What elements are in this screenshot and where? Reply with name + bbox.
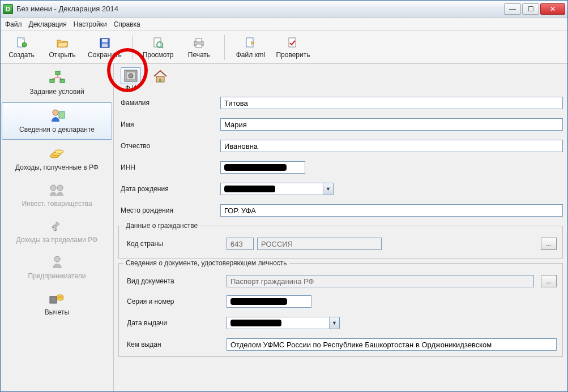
new-file-icon [15, 36, 28, 50]
toolbar-xml-label: Файл xml [236, 51, 266, 59]
dropdown-icon[interactable]: ▼ [323, 183, 333, 195]
svg-point-20 [53, 110, 58, 115]
redacted-value [230, 298, 287, 305]
deductions-icon [48, 290, 67, 306]
close-button[interactable]: ✕ [540, 3, 565, 15]
nav-income-rf[interactable]: Доходы, полученные в РФ [1, 141, 113, 177]
svg-rect-15 [50, 79, 54, 83]
window-title: Без имени - Декларация 2014 [16, 5, 504, 13]
nav-conditions[interactable]: Задание условий [1, 65, 113, 101]
nav-label: Инвест. товарищества [22, 200, 92, 208]
nav-label: Предприниматели [28, 272, 86, 280]
firstname-input[interactable] [220, 118, 563, 131]
redacted-value [224, 186, 275, 192]
country-name-input [257, 238, 382, 250]
toolbar-preview[interactable]: Просмотр [143, 36, 174, 59]
menu-settings[interactable]: Настройки [74, 20, 107, 28]
nav-income-abroad[interactable]: $ Доходы за пределами РФ [1, 213, 113, 249]
menu-file[interactable]: Файл [5, 20, 22, 28]
minimize-button[interactable]: — [504, 3, 521, 15]
issued-by-label: Кем выдан [125, 341, 227, 348]
doctype-browse-button[interactable]: ... [541, 275, 557, 287]
nav-label: Доходы за пределами РФ [16, 236, 97, 244]
svg-point-28 [54, 256, 60, 262]
svg-point-24 [54, 150, 63, 153]
save-floppy-icon [98, 36, 112, 50]
preview-icon [151, 36, 165, 50]
sidebar: Задание условий Сведения о декларанте До… [1, 64, 114, 391]
nav-label: Вычеты [45, 308, 69, 316]
maximize-button[interactable]: ☐ [522, 3, 539, 15]
nav-label: Сведения о декларанте [19, 126, 95, 133]
toolbar-open[interactable]: Открыть [47, 36, 78, 59]
lastname-label: Фамилия [118, 99, 220, 107]
menu-declaration[interactable]: Декларация [29, 20, 67, 28]
invest-icon [48, 182, 67, 197]
dropdown-icon[interactable]: ▼ [329, 317, 339, 329]
svg-point-25 [50, 185, 56, 191]
nav-deductions[interactable]: Вычеты [1, 286, 113, 322]
check-icon [286, 36, 300, 50]
svg-point-34 [129, 74, 133, 78]
xml-file-icon [244, 36, 257, 50]
safe-icon [121, 67, 141, 84]
svg-line-8 [161, 46, 163, 48]
issued-date-combo[interactable]: ▼ [227, 317, 340, 329]
nav-invest[interactable]: Инвест. товарищества [1, 177, 113, 213]
nav-entrepreneur[interactable]: Предприниматели [1, 249, 113, 286]
document-group: Сведения о документе, удостоверяющем лич… [118, 263, 563, 357]
toolbar-print-label: Печать [188, 51, 210, 59]
svg-rect-10 [196, 38, 202, 42]
content-area: Ф.И Фамилия Имя Отчество [114, 64, 567, 391]
menubar: Файл Декларация Настройки Справка [1, 18, 567, 31]
patronymic-input[interactable] [220, 140, 563, 152]
dob-combo[interactable]: ▼ [220, 183, 334, 195]
svg-point-2 [22, 42, 27, 47]
tab-fio[interactable]: Ф.И [118, 67, 143, 91]
svg-rect-36 [159, 79, 161, 82]
tab-label: Ф.И [125, 84, 136, 91]
firstname-label: Имя [118, 120, 220, 128]
menu-help[interactable]: Справка [114, 20, 140, 28]
citizenship-group: Данные о гражданстве Код страны ... [118, 226, 563, 259]
toolbar-print[interactable]: Печать [183, 36, 214, 59]
lastname-input[interactable] [220, 97, 563, 109]
print-icon [192, 36, 206, 50]
svg-rect-14 [55, 71, 60, 75]
birthplace-input[interactable] [220, 204, 563, 217]
toolbar-create[interactable]: Создать [6, 36, 37, 59]
tab-home[interactable] [148, 67, 173, 84]
svg-text:$: $ [53, 225, 57, 232]
country-browse-button[interactable]: ... [541, 238, 557, 250]
dob-label: Дата рождения [118, 185, 220, 193]
doctype-input [227, 275, 534, 287]
inn-input[interactable] [220, 161, 305, 174]
toolbar-check[interactable]: Проверить [276, 36, 310, 59]
redacted-value [224, 164, 287, 171]
svg-rect-29 [50, 296, 57, 303]
svg-rect-5 [102, 44, 108, 47]
svg-rect-21 [59, 111, 65, 118]
issued-by-input[interactable] [227, 338, 557, 351]
svg-rect-1 [22, 38, 24, 40]
nav-declarant[interactable]: Сведения о декларанте [2, 102, 112, 140]
toolbar-open-label: Открыть [49, 51, 75, 59]
patronymic-label: Отчество [118, 142, 220, 150]
svg-rect-4 [102, 39, 108, 42]
app-icon: D [3, 4, 13, 14]
income-rf-icon [48, 145, 67, 161]
document-legend: Сведения о документе, удостоверяющем лич… [123, 259, 289, 267]
series-label: Серия и номер [125, 298, 227, 305]
redacted-value [230, 320, 281, 326]
citizenship-legend: Данные о гражданстве [123, 222, 200, 230]
declarant-icon [48, 107, 67, 123]
toolbar-separator [132, 35, 133, 60]
entrepreneur-icon [48, 254, 67, 270]
svg-point-31 [57, 297, 63, 300]
home-icon [150, 67, 170, 84]
series-input[interactable] [227, 295, 311, 308]
country-code-label: Код страны [125, 240, 227, 248]
toolbar-xml[interactable]: Файл xml [235, 36, 266, 59]
toolbar-save[interactable]: Сохранить [88, 36, 122, 59]
doctype-label: Вид документа [125, 277, 227, 285]
